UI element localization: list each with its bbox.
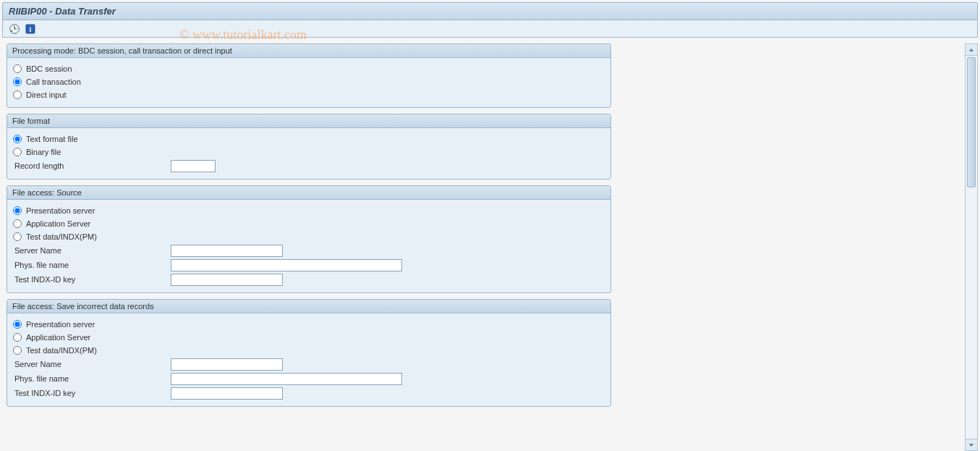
radio-src-application[interactable] [13,219,22,228]
field-row-src-server-name: Server Name [13,243,605,258]
radio-row-bdc[interactable]: BDC session [13,62,605,75]
radio-label-call: Call transaction [26,77,81,86]
field-row-save-phys-file: Phys. file name [13,371,605,386]
vertical-scrollbar[interactable] [965,43,978,451]
input-save-server-name[interactable] [171,358,283,371]
label-src-indx: Test INDX-ID key [13,275,171,284]
content-area: Processing mode: BDC session, call trans… [2,43,978,451]
radio-label-binary: Binary file [26,148,61,156]
field-row-src-phys-file: Phys. file name [13,258,605,272]
label-save-phys-file: Phys. file name [13,374,171,383]
panel-file-access-source: File access: Source Presentation server … [7,185,611,293]
scroll-up-arrow-icon[interactable] [966,44,977,56]
radio-src-testdata[interactable] [13,232,22,241]
radio-row-src-testdata[interactable]: Test data/INDX(PM) [13,230,605,243]
radio-bdc-session[interactable] [13,64,22,73]
radio-row-call[interactable]: Call transaction [13,75,605,88]
svg-text:i: i [30,25,32,33]
radio-label-direct: Direct input [26,90,67,99]
scroll-down-arrow-icon[interactable] [966,439,977,450]
panel-body-file-format: Text format file Binary file Record leng… [7,128,610,179]
radio-save-application[interactable] [13,333,22,342]
panel-header-save-incorrect: File access: Save incorrect data records [7,300,610,313]
panel-header-source: File access: Source [7,186,610,200]
radio-row-src-presentation[interactable]: Presentation server [13,204,605,217]
radio-text-format[interactable] [13,135,22,143]
execute-icon[interactable] [9,23,20,35]
radio-row-text-format[interactable]: Text format file [13,132,605,146]
input-src-indx[interactable] [171,274,283,286]
radio-row-src-application[interactable]: Application Server [13,217,605,230]
panel-processing-mode: Processing mode: BDC session, call trans… [7,43,611,108]
radio-direct-input[interactable] [13,90,22,99]
label-src-phys-file: Phys. file name [13,261,171,269]
label-src-server-name: Server Name [13,246,171,255]
panel-body-source: Presentation server Application Server T… [7,200,610,292]
field-row-save-server-name: Server Name [13,357,605,371]
radio-row-save-presentation[interactable]: Presentation server [13,318,605,331]
panel-body-processing-mode: BDC session Call transaction Direct inpu… [7,58,610,107]
field-row-save-indx: Test INDX-ID key [13,386,605,400]
radio-label-save-application: Application Server [26,333,90,342]
panel-header-processing-mode: Processing mode: BDC session, call trans… [7,44,610,58]
field-row-record-length: Record length [13,159,605,173]
radio-label-src-testdata: Test data/INDX(PM) [26,232,97,241]
page-title: RIIBIP00 - Data Transfer [9,6,116,17]
radio-label-src-presentation: Presentation server [26,206,95,215]
radio-label-save-presentation: Presentation server [26,320,95,329]
input-src-phys-file[interactable] [171,259,402,271]
radio-row-binary-file[interactable]: Binary file [13,146,605,159]
radio-row-save-application[interactable]: Application Server [13,331,605,344]
input-src-server-name[interactable] [171,245,283,257]
scroll-thumb[interactable] [967,57,976,187]
info-icon[interactable]: i [25,23,36,35]
panel-file-access-save-incorrect: File access: Save incorrect data records… [7,299,611,407]
radio-save-presentation[interactable] [13,320,22,329]
radio-row-save-testdata[interactable]: Test data/INDX(PM) [13,344,605,357]
radio-row-direct[interactable]: Direct input [13,88,605,101]
toolbar: i [2,20,978,38]
page-title-bar: RIIBIP00 - Data Transfer [2,2,978,20]
panel-body-save-incorrect: Presentation server Application Server T… [7,313,610,406]
radio-label-text: Text format file [26,135,78,143]
label-record-length: Record length [13,161,171,170]
panel-header-file-format: File format [7,114,610,128]
scroll-viewport: Processing mode: BDC session, call trans… [2,43,962,451]
label-save-indx: Test INDX-ID key [13,389,171,397]
radio-binary-file[interactable] [13,148,22,156]
panel-file-format: File format Text format file Binary file… [7,114,611,180]
radio-save-testdata[interactable] [13,346,22,355]
radio-call-transaction[interactable] [13,77,22,86]
input-record-length[interactable] [171,160,216,172]
radio-label-bdc: BDC session [26,64,72,73]
label-save-server-name: Server Name [13,360,171,368]
field-row-src-indx: Test INDX-ID key [13,272,605,287]
input-save-indx[interactable] [171,387,283,400]
radio-label-src-application: Application Server [26,219,90,228]
radio-label-save-testdata: Test data/INDX(PM) [26,346,97,355]
radio-src-presentation[interactable] [13,206,22,215]
input-save-phys-file[interactable] [171,373,402,385]
